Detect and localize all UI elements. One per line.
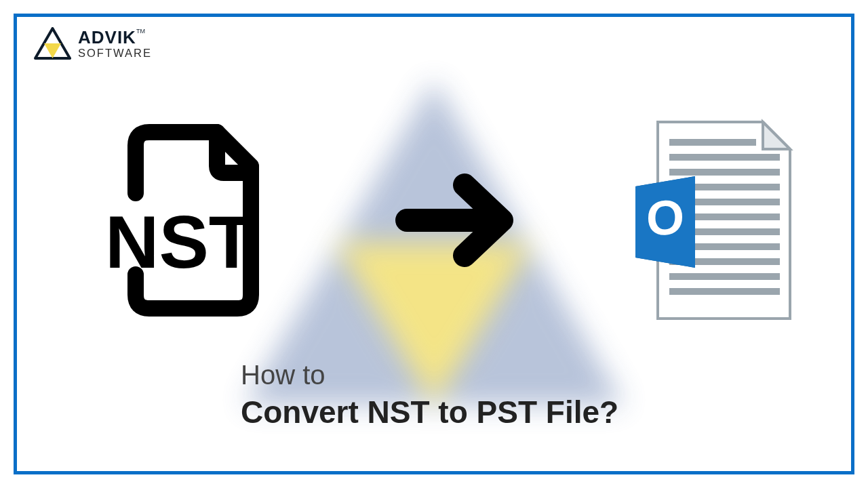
trademark: TM: [136, 28, 145, 35]
caption-pre: How to: [241, 360, 618, 390]
brand-logo: ADVIKTM SOFTWARE: [34, 27, 152, 60]
caption: How to Convert NST to PST File?: [241, 360, 618, 430]
main-frame: ADVIKTM SOFTWARE NST: [14, 14, 854, 474]
conversion-row: NST: [71, 112, 797, 329]
brand-name-bottom: SOFTWARE: [78, 47, 152, 59]
nst-label: NST: [105, 200, 254, 283]
arrow-right-icon: [390, 166, 526, 274]
caption-main: Convert NST to PST File?: [241, 394, 618, 430]
svg-marker-3: [44, 43, 61, 58]
outlook-pst-file-icon: O: [627, 115, 797, 325]
nst-file-icon: NST: [71, 112, 288, 329]
brand-name-top: ADVIK: [78, 27, 136, 47]
svg-marker-6: [763, 122, 790, 149]
logo-mark-icon: [34, 27, 71, 60]
outlook-letter: O: [646, 190, 684, 245]
